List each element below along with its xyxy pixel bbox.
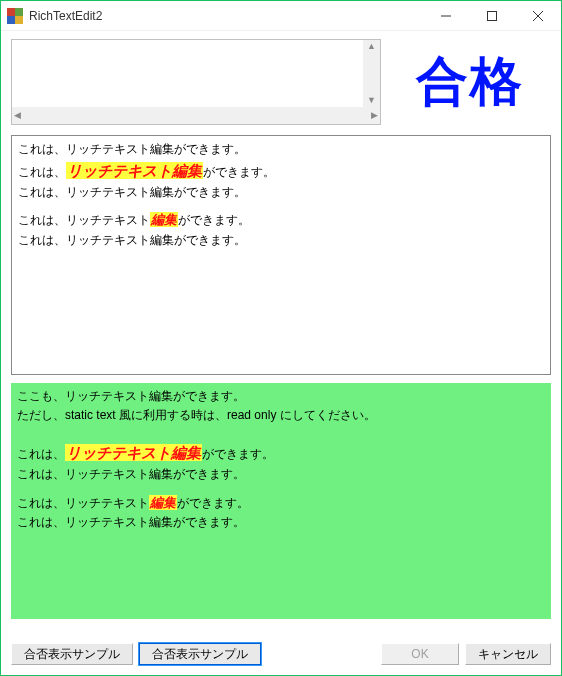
rich2-intro2: ただし、static text 風に利用する時は、read only にしてくだ… [17,406,545,425]
minimize-button[interactable] [423,1,469,31]
titlebar: RichTextEdit2 [1,1,561,31]
app-icon [7,8,23,24]
sample2-button[interactable]: 合否表示サンプル [139,643,261,665]
button-bar: 合否表示サンプル 合否表示サンプル OK キャンセル [11,643,551,665]
top-textarea[interactable]: ▲ ▼ ◀ ▶ [11,39,381,125]
window-title: RichTextEdit2 [29,9,102,23]
rich2-intro1: ここも、リッチテキスト編集ができます。 [17,387,545,406]
rich1-line4: これは、リッチテキスト編集ができます。 [18,210,544,231]
highlight-text: リッチテキスト編集 [65,444,202,461]
close-button[interactable] [515,1,561,31]
vertical-scrollbar[interactable]: ▲ ▼ [363,40,380,107]
scroll-right-icon[interactable]: ▶ [369,109,380,122]
sample1-button[interactable]: 合否表示サンプル [11,643,133,665]
maximize-button[interactable] [469,1,515,31]
richtext-readonly: ここも、リッチテキスト編集ができます。 ただし、static text 風に利用… [11,383,551,619]
rich2-line5: これは、リッチテキスト編集ができます。 [17,513,545,532]
rich1-line5: これは、リッチテキスト編集ができます。 [18,231,544,250]
svg-rect-1 [488,11,497,20]
rich1-line2: これは、リッチテキスト編集ができます。 [18,159,544,183]
rich1-line1: これは、リッチテキスト編集ができます。 [18,140,544,159]
highlight-text: リッチテキスト編集 [66,162,203,179]
rich2-line3: これは、リッチテキスト編集ができます。 [17,465,545,484]
ok-button[interactable]: OK [381,643,459,665]
scroll-up-icon[interactable]: ▲ [365,40,378,53]
scroll-down-icon[interactable]: ▼ [365,94,378,107]
rich2-line4: これは、リッチテキスト編集ができます。 [17,493,545,514]
rich2-line2: これは、リッチテキスト編集ができます。 [17,441,545,465]
horizontal-scrollbar[interactable]: ◀ ▶ [12,107,380,124]
richtext-editable[interactable]: これは、リッチテキスト編集ができます。 これは、リッチテキスト編集ができます。 … [11,135,551,375]
scroll-left-icon[interactable]: ◀ [12,109,23,122]
cancel-button[interactable]: キャンセル [465,643,551,665]
rich1-line3: これは、リッチテキスト編集ができます。 [18,183,544,202]
pass-text: 合格 [416,47,524,117]
highlight-text: 編集 [150,212,178,227]
highlight-text: 編集 [149,495,177,510]
pass-fail-label: 合格 [389,39,551,125]
